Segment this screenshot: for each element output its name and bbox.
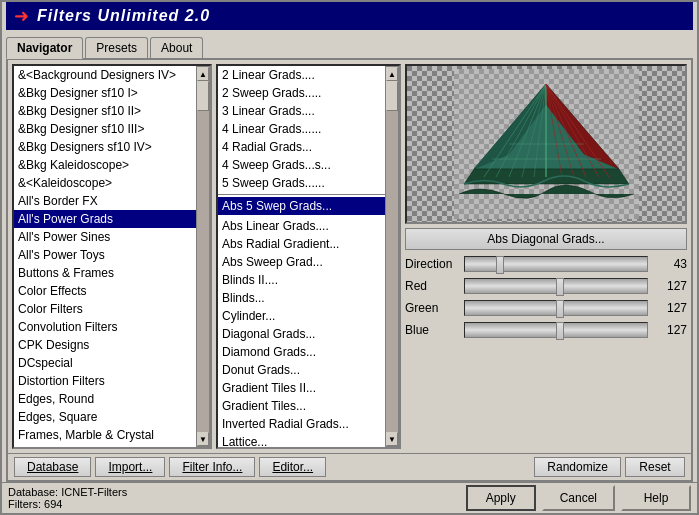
filter-name-bar: Abs Diagonal Grads... bbox=[405, 228, 687, 250]
middle-list-item[interactable]: 3 Linear Grads.... bbox=[218, 102, 385, 120]
slider-thumb[interactable] bbox=[496, 256, 504, 274]
left-list-item[interactable]: Frames, Stone & Granite bbox=[14, 444, 196, 447]
slider-value: 127 bbox=[652, 323, 687, 337]
middle-list-item[interactable]: 4 Sweep Grads...s... bbox=[218, 156, 385, 174]
left-list-item[interactable]: &Bkg Designers sf10 IV> bbox=[14, 138, 196, 156]
randomize-button[interactable]: Randomize bbox=[534, 457, 621, 477]
left-list-item[interactable]: &Bkg Designer sf10 I> bbox=[14, 84, 196, 102]
left-list-item[interactable]: &<Kaleidoscope> bbox=[14, 174, 196, 192]
left-list-item[interactable]: Color Effects bbox=[14, 282, 196, 300]
tab-about[interactable]: About bbox=[150, 37, 203, 58]
slider-value: 127 bbox=[652, 279, 687, 293]
middle-list-item[interactable]: Gradient Tiles... bbox=[218, 397, 385, 415]
left-list-item[interactable]: All's Power Grads bbox=[14, 210, 196, 228]
middle-panel: 2 Linear Grads....2 Sweep Grads.....3 Li… bbox=[216, 64, 401, 449]
middle-scroll-up-btn[interactable]: ▲ bbox=[386, 67, 398, 81]
left-list-item[interactable]: &Bkg Designer sf10 II> bbox=[14, 102, 196, 120]
middle-list-item[interactable]: Abs Radial Gradient... bbox=[218, 235, 385, 253]
middle-list-item[interactable]: Donut Grads... bbox=[218, 361, 385, 379]
slider-row: Green127 bbox=[405, 298, 687, 318]
left-list-item[interactable]: Edges, Square bbox=[14, 408, 196, 426]
right-panel: Abs Diagonal Grads... Direction43Red127G… bbox=[405, 64, 687, 449]
left-list-item[interactable]: All's Power Toys bbox=[14, 246, 196, 264]
slider-row: Blue127 bbox=[405, 320, 687, 340]
list-separator bbox=[218, 194, 385, 195]
left-list-container: &<Background Designers IV>&Bkg Designer … bbox=[12, 64, 212, 449]
middle-list-item[interactable]: 4 Radial Grads... bbox=[218, 138, 385, 156]
middle-list-item[interactable]: Inverted Radial Grads... bbox=[218, 415, 385, 433]
left-list-item[interactable]: &Bkg Kaleidoscope> bbox=[14, 156, 196, 174]
tabs-area: Navigator Presets About bbox=[2, 32, 697, 58]
filters-info: Filters: 694 bbox=[8, 498, 462, 510]
filter-info-button[interactable]: Filter Info... bbox=[169, 457, 255, 477]
tab-navigator[interactable]: Navigator bbox=[6, 37, 83, 59]
middle-list-item[interactable]: 4 Linear Grads...... bbox=[218, 120, 385, 138]
scroll-up-btn[interactable]: ▲ bbox=[197, 67, 209, 81]
left-list-item[interactable]: All's Power Sines bbox=[14, 228, 196, 246]
left-list-item[interactable]: CPK Designs bbox=[14, 336, 196, 354]
header-arrow-icon: ➜ bbox=[14, 5, 29, 27]
slider-track[interactable] bbox=[464, 322, 648, 338]
slider-thumb[interactable] bbox=[556, 278, 564, 296]
filter-name: Abs Diagonal Grads... bbox=[487, 232, 604, 246]
slider-value: 127 bbox=[652, 301, 687, 315]
slider-track[interactable] bbox=[464, 300, 648, 316]
preview-content bbox=[407, 66, 685, 222]
left-list-item[interactable]: Edges, Round bbox=[14, 390, 196, 408]
status-bar: Database: ICNET-FiltersFilters: 694Apply… bbox=[2, 482, 697, 513]
left-list-item[interactable]: Convolution Filters bbox=[14, 318, 196, 336]
apply-button[interactable]: Apply bbox=[466, 485, 536, 511]
middle-list-container: 2 Linear Grads....2 Sweep Grads.....3 Li… bbox=[216, 64, 401, 449]
import-button[interactable]: Import... bbox=[95, 457, 165, 477]
scroll-track bbox=[197, 81, 209, 432]
slider-label: Direction bbox=[405, 257, 460, 271]
middle-scroll-down-btn[interactable]: ▼ bbox=[386, 432, 398, 446]
middle-list-item[interactable]: Cylinder... bbox=[218, 307, 385, 325]
left-list-item[interactable]: Color Filters bbox=[14, 300, 196, 318]
middle-list-item[interactable]: Abs Linear Grads.... bbox=[218, 217, 385, 235]
middle-list-item[interactable]: Blinds... bbox=[218, 289, 385, 307]
left-list[interactable]: &<Background Designers IV>&Bkg Designer … bbox=[14, 66, 196, 447]
left-list-item[interactable]: &Bkg Designer sf10 III> bbox=[14, 120, 196, 138]
left-scrollbar[interactable]: ▲ ▼ bbox=[196, 66, 210, 447]
left-list-item[interactable]: Buttons & Frames bbox=[14, 264, 196, 282]
middle-list[interactable]: 2 Linear Grads....2 Sweep Grads.....3 Li… bbox=[218, 66, 385, 447]
left-list-item[interactable]: DCspecial bbox=[14, 354, 196, 372]
reset-button[interactable]: Reset bbox=[625, 457, 685, 477]
slider-thumb[interactable] bbox=[556, 300, 564, 318]
slider-track[interactable] bbox=[464, 256, 648, 272]
bottom-toolbar: Database Import... Filter Info... Editor… bbox=[8, 453, 691, 480]
slider-value: 43 bbox=[652, 257, 687, 271]
middle-list-item[interactable]: Lattice... bbox=[218, 433, 385, 447]
left-list-item[interactable]: Distortion Filters bbox=[14, 372, 196, 390]
middle-list-item[interactable]: 5 Sweep Grads...... bbox=[218, 174, 385, 192]
main-window: ➜ Filters Unlimited 2.0 Navigator Preset… bbox=[0, 0, 699, 515]
middle-list-item[interactable]: Blinds II.... bbox=[218, 271, 385, 289]
middle-scroll-thumb[interactable] bbox=[386, 81, 398, 111]
left-panel: &<Background Designers IV>&Bkg Designer … bbox=[12, 64, 212, 449]
cancel-button[interactable]: Cancel bbox=[542, 485, 615, 511]
middle-list-item[interactable]: 2 Linear Grads.... bbox=[218, 66, 385, 84]
fu-header: ➜ Filters Unlimited 2.0 bbox=[6, 2, 693, 30]
slider-thumb[interactable] bbox=[556, 322, 564, 340]
middle-list-item[interactable]: Diamond Grads... bbox=[218, 343, 385, 361]
middle-list-item[interactable]: Gradient Tiles II... bbox=[218, 379, 385, 397]
top-section: &<Background Designers IV>&Bkg Designer … bbox=[8, 60, 691, 453]
middle-list-item[interactable]: Abs Sweep Grad... bbox=[218, 253, 385, 271]
left-list-item[interactable]: All's Border FX bbox=[14, 192, 196, 210]
tab-presets[interactable]: Presets bbox=[85, 37, 148, 58]
help-button[interactable]: Help bbox=[621, 485, 691, 511]
middle-list-item[interactable]: 2 Sweep Grads..... bbox=[218, 84, 385, 102]
left-list-item[interactable]: Frames, Marble & Crystal bbox=[14, 426, 196, 444]
middle-scrollbar[interactable]: ▲ ▼ bbox=[385, 66, 399, 447]
slider-label: Red bbox=[405, 279, 460, 293]
database-button[interactable]: Database bbox=[14, 457, 91, 477]
preview-svg bbox=[454, 69, 639, 219]
middle-list-item[interactable]: Abs 5 Swep Grads... bbox=[218, 197, 385, 215]
left-list-item[interactable]: &<Background Designers IV> bbox=[14, 66, 196, 84]
slider-track[interactable] bbox=[464, 278, 648, 294]
editor-button[interactable]: Editor... bbox=[259, 457, 326, 477]
scroll-thumb[interactable] bbox=[197, 81, 209, 111]
scroll-down-btn[interactable]: ▼ bbox=[197, 432, 209, 446]
middle-list-item[interactable]: Diagonal Grads... bbox=[218, 325, 385, 343]
